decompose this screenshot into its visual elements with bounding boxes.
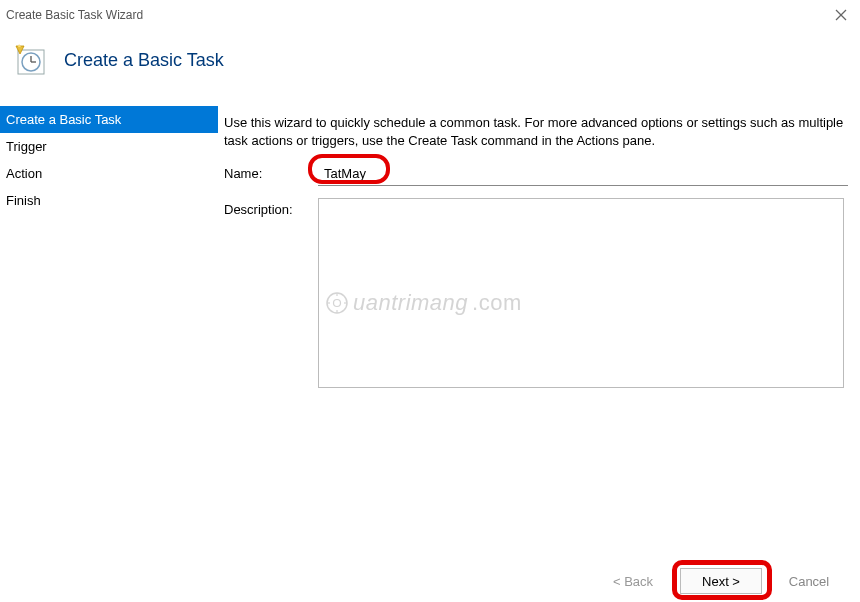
next-button-label: Next > [702,574,740,589]
step-create-basic-task[interactable]: Create a Basic Task [0,106,218,133]
cancel-button-label: Cancel [789,574,829,589]
name-label: Name: [224,162,318,181]
step-label: Finish [6,193,41,208]
description-row: Description: [224,198,848,388]
close-button[interactable] [834,8,848,22]
back-button-label: < Back [613,574,653,589]
window-title: Create Basic Task Wizard [6,8,143,22]
step-finish[interactable]: Finish [0,187,218,214]
wizard-main-panel: Use this wizard to quickly schedule a co… [218,106,860,536]
wizard-header: Create a Basic Task [0,30,860,106]
intro-text: Use this wizard to quickly schedule a co… [224,114,848,150]
step-label: Trigger [6,139,47,154]
titlebar: Create Basic Task Wizard [0,0,860,30]
name-row: Name: [224,162,848,186]
task-description-input[interactable] [318,198,844,388]
cancel-button[interactable]: Cancel [768,568,850,594]
next-button[interactable]: Next > [680,568,762,594]
step-label: Action [6,166,42,181]
close-icon [835,9,847,21]
task-name-input[interactable] [318,162,848,186]
wizard-title: Create a Basic Task [64,50,224,71]
description-label: Description: [224,198,318,217]
step-action[interactable]: Action [0,160,218,187]
wizard-body: Create a Basic Task Trigger Action Finis… [0,106,860,536]
back-button[interactable]: < Back [592,568,674,594]
step-label: Create a Basic Task [6,112,121,127]
task-scheduler-icon [14,44,46,76]
svg-marker-7 [18,44,21,47]
wizard-steps-sidebar: Create a Basic Task Trigger Action Finis… [0,106,218,536]
step-trigger[interactable]: Trigger [0,133,218,160]
wizard-footer: < Back Next > Cancel [592,568,850,594]
